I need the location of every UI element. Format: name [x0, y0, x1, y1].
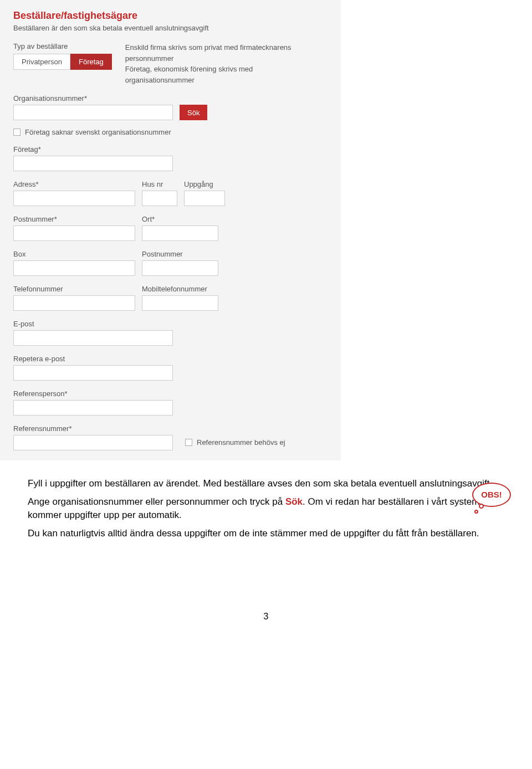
tel-input[interactable]: [13, 295, 135, 311]
uppgang-col: Uppgång: [184, 171, 225, 206]
refperson-label: Referensperson*: [13, 389, 328, 398]
husnr-input[interactable]: [142, 191, 177, 206]
epost-input[interactable]: [13, 330, 173, 346]
orgnr-label: Organisationsnummer*: [13, 94, 328, 102]
refnr-input[interactable]: [13, 435, 173, 450]
epost-label: E-post: [13, 320, 328, 328]
phone-row: Telefonnummer Mobiltelefonnummer: [13, 276, 328, 311]
refperson-input[interactable]: [13, 400, 173, 416]
type-label: Typ av beställare: [13, 42, 112, 50]
orgnr-row: Sök: [13, 105, 328, 120]
no-orgnr-label: Företag saknar svenskt organisationsnumm…: [25, 128, 171, 136]
bubble-tail-icon: [479, 504, 484, 509]
section-description: Beställaren är den som ska betala eventu…: [13, 24, 328, 32]
page-number: 3: [0, 612, 532, 622]
p2-pre: Ange organisationsnummer eller personnum…: [28, 496, 285, 507]
tab-group: Privatperson Företag: [13, 54, 112, 70]
no-orgnr-checkbox[interactable]: [13, 129, 21, 136]
type-row: Typ av beställare Privatperson Företag E…: [13, 42, 328, 85]
obs-callout: OBS!: [472, 483, 515, 511]
address-row: Adress* Hus nr Uppgång: [13, 171, 328, 206]
box-input[interactable]: [13, 260, 135, 276]
refnr-not-needed-label: Referensnummer behövs ej: [197, 438, 285, 447]
postnr-label: Postnummer*: [13, 215, 135, 223]
refnr-not-needed-group: Referensnummer behövs ej: [185, 438, 285, 447]
box-postnr-input[interactable]: [142, 260, 218, 276]
tel-label: Telefonnummer: [13, 285, 135, 293]
box-col: Box: [13, 241, 135, 276]
box-label: Box: [13, 250, 135, 258]
no-orgnr-row: Företag saknar svenskt organisationsnumm…: [13, 128, 328, 136]
postnr-input[interactable]: [13, 225, 135, 241]
postal-row: Postnummer* Ort*: [13, 206, 328, 241]
instruction-p1: Fyll i uppgifter om beställaren av ärend…: [28, 477, 504, 491]
postnr-col: Postnummer*: [13, 206, 135, 241]
sok-button[interactable]: Sök: [180, 105, 207, 120]
refnr-not-needed-checkbox[interactable]: [185, 439, 192, 446]
adress-col: Adress*: [13, 171, 135, 206]
box-row: Box Postnummer: [13, 241, 328, 276]
repeat-epost-input[interactable]: [13, 365, 173, 381]
mobil-col: Mobiltelefonnummer: [142, 276, 218, 311]
tab-foretag[interactable]: Företag: [70, 54, 112, 70]
obs-bubble-shape: OBS!: [472, 483, 511, 507]
type-tabs-column: Typ av beställare Privatperson Företag: [13, 42, 112, 85]
bubble-tail-icon: [474, 510, 478, 514]
instruction-p3: Du kan naturligtvis alltid ändra dessa u…: [28, 527, 504, 541]
orgnr-input[interactable]: [13, 105, 173, 120]
box-postnr-col: Postnummer: [142, 241, 218, 276]
ort-input[interactable]: [142, 225, 218, 241]
adress-input[interactable]: [13, 191, 135, 206]
tab-privatperson[interactable]: Privatperson: [13, 54, 70, 70]
section-title: Beställare/fastighetsägare: [13, 10, 328, 22]
instruction-p2: Ange organisationsnummer eller personnum…: [28, 495, 504, 522]
refnr-label: Referensnummer*: [13, 424, 328, 433]
ort-label: Ort*: [142, 215, 218, 223]
ort-col: Ort*: [142, 206, 218, 241]
form-panel: Beställare/fastighetsägare Beställaren ä…: [0, 0, 341, 460]
box-postnr-label: Postnummer: [142, 250, 218, 258]
mobil-input[interactable]: [142, 295, 218, 311]
uppgang-label: Uppgång: [184, 180, 225, 188]
type-info-text: Enskild firma skrivs som privat med firm…: [125, 42, 303, 85]
tel-col: Telefonnummer: [13, 276, 135, 311]
p2-sok-highlight: Sök: [285, 496, 303, 507]
foretag-label: Företag*: [13, 145, 328, 153]
repeat-epost-label: Repetera e-post: [13, 355, 328, 363]
uppgang-input[interactable]: [184, 191, 225, 206]
obs-text: OBS!: [481, 489, 502, 501]
husnr-col: Hus nr: [142, 171, 177, 206]
refnr-row: Referensnummer behövs ej: [13, 435, 328, 450]
husnr-label: Hus nr: [142, 180, 177, 188]
instructions-block: OBS! Fyll i uppgifter om beställaren av …: [0, 460, 532, 551]
foretag-input[interactable]: [13, 156, 173, 171]
mobil-label: Mobiltelefonnummer: [142, 285, 218, 293]
adress-label: Adress*: [13, 180, 135, 188]
